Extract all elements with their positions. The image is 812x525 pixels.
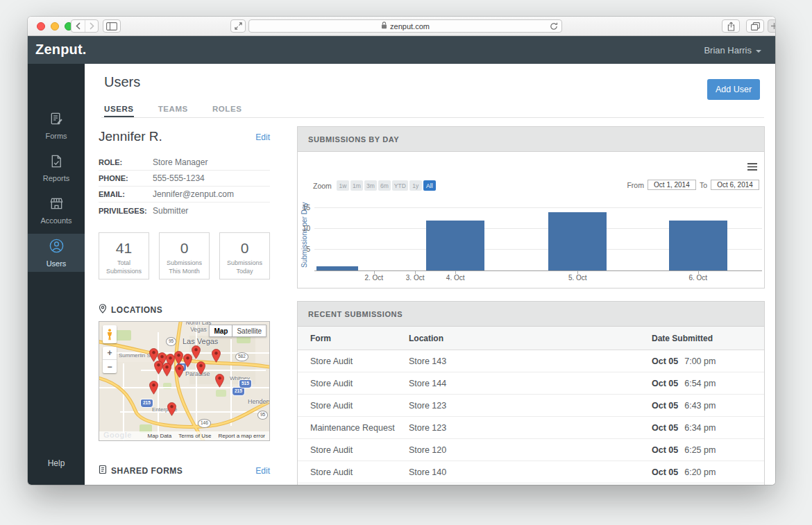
- tab-teams[interactable]: TEAMS: [158, 100, 188, 117]
- date-value: Oct 05: [652, 401, 678, 411]
- zoom-range-all[interactable]: All: [423, 180, 436, 191]
- profile-name: Jennifer R.: [99, 129, 162, 144]
- cell-location: Store 140: [409, 467, 652, 477]
- table-row[interactable]: Store AuditStore 123Oct 056:43 pm: [298, 395, 764, 417]
- road-shield: 515: [239, 380, 251, 388]
- terms-link[interactable]: Terms of Use: [178, 433, 211, 439]
- tab-roles[interactable]: ROLES: [212, 100, 242, 117]
- sidebar-item-help[interactable]: Help: [28, 458, 85, 468]
- to-date-input[interactable]: [711, 180, 759, 190]
- shared-forms-edit-link[interactable]: Edit: [255, 466, 270, 476]
- profile-field-row: PHONE:555-555-1234: [99, 171, 270, 187]
- field-label: PHONE:: [99, 174, 153, 182]
- zoom-range-1m[interactable]: 1m: [350, 180, 363, 191]
- map-attribution: Map Data Terms of Use Report a map error: [99, 431, 269, 440]
- stat-label: Submissions Today: [220, 259, 269, 275]
- table-row[interactable]: Store AuditStore 144Oct 056:54 pm: [298, 372, 764, 395]
- field-label: PRIVILEGES:: [99, 207, 153, 215]
- cell-date-submitted: Oct 056:25 pm: [652, 445, 764, 455]
- locations-map[interactable]: North Las VegasLas VegasSummerlin SouthP…: [99, 321, 270, 441]
- back-button[interactable]: [71, 20, 85, 32]
- zenput-logo[interactable]: Zenput.: [35, 42, 87, 58]
- tab-overview-button[interactable]: [746, 19, 764, 33]
- browser-window: zenput.com Zenput. Brian Harris FormsRep…: [28, 17, 775, 485]
- refresh-icon[interactable]: [550, 22, 558, 32]
- stat-box: 0Submissions Today: [219, 232, 270, 279]
- profile-edit-link[interactable]: Edit: [255, 132, 270, 142]
- zoom-range-3m[interactable]: 3m: [364, 180, 377, 191]
- map-data-label: Map Data: [148, 433, 172, 439]
- sidebar-item-reports[interactable]: Reports: [28, 149, 85, 187]
- add-user-button[interactable]: Add User: [707, 79, 760, 100]
- tab-users[interactable]: USERS: [104, 100, 134, 117]
- map-pin[interactable]: [154, 361, 163, 375]
- fullscreen-button[interactable]: [230, 19, 246, 33]
- new-tab-button[interactable]: [768, 19, 775, 33]
- from-date-input[interactable]: [648, 180, 696, 190]
- map-pin[interactable]: [167, 402, 176, 416]
- column-form: Form: [298, 334, 409, 343]
- map-view-button[interactable]: Map: [209, 325, 232, 337]
- map-zoom-in-button[interactable]: +: [103, 347, 117, 360]
- date-value: Oct 05: [652, 467, 678, 477]
- sidebar-item-label: Users: [46, 259, 67, 268]
- locations-header: LOCATIONS: [99, 304, 270, 316]
- locations-title: LOCATIONS: [111, 305, 162, 315]
- table-body: Store AuditStore 143Oct 057:00 pmStore A…: [298, 350, 764, 483]
- map-pin[interactable]: [149, 381, 158, 395]
- y-axis-tick-label: 15: [296, 204, 310, 212]
- history-nav: [71, 19, 99, 33]
- close-button[interactable]: [37, 22, 45, 31]
- minimize-button[interactable]: [51, 22, 59, 31]
- stat-value: 0: [220, 240, 269, 257]
- table-row[interactable]: Maintenance RequestStore 123Oct 056:34 p…: [298, 417, 764, 439]
- satellite-view-button[interactable]: Satellite: [232, 325, 267, 337]
- map-pin[interactable]: [162, 363, 171, 377]
- map-pin[interactable]: [174, 351, 183, 365]
- chart-bar: [426, 221, 484, 270]
- road-shield: 582: [235, 352, 248, 361]
- chart-zoom-controls: Zoom 1w1m3m6mYTD1yAll: [313, 180, 437, 191]
- zoom-range-ytd[interactable]: YTD: [392, 180, 408, 191]
- chart-menu-icon[interactable]: [747, 161, 757, 173]
- map-pin[interactable]: [212, 349, 221, 363]
- table-row[interactable]: Store AuditStore 120Oct 056:25 pm: [298, 439, 764, 461]
- map-pin[interactable]: [196, 361, 205, 375]
- x-axis-tick-mark: [374, 271, 375, 274]
- time-value: 6:34 pm: [684, 423, 716, 433]
- share-button[interactable]: [722, 19, 740, 33]
- time-value: 6:25 pm: [684, 445, 716, 455]
- submissions-by-day-title: SUBMISSIONS BY DAY: [297, 126, 765, 152]
- caret-down-icon: [756, 50, 761, 53]
- sidebar-item-label: Reports: [43, 174, 70, 182]
- stat-label: Total Submissions: [99, 259, 149, 275]
- map-type-buttons: Map Satellite: [209, 325, 267, 337]
- sidebar-item-users[interactable]: Users: [28, 234, 85, 272]
- zoom-range-1y[interactable]: 1y: [409, 180, 422, 191]
- map-pin[interactable]: [192, 345, 201, 359]
- field-value: Store Manager: [153, 157, 208, 167]
- report-map-error-link[interactable]: Report a map error: [218, 433, 265, 439]
- zoom-range-1w[interactable]: 1w: [337, 180, 349, 191]
- field-label: ROLE:: [99, 158, 153, 166]
- table-row[interactable]: Store AuditStore 140Oct 056:20 pm: [298, 461, 764, 483]
- sidebar-item-forms[interactable]: Forms: [28, 107, 85, 145]
- zoom-range-6m[interactable]: 6m: [378, 180, 391, 191]
- cell-form: Store Audit: [298, 401, 409, 411]
- user-menu[interactable]: Brian Harris: [704, 45, 761, 55]
- sidebar-item-accounts[interactable]: Accounts: [28, 191, 85, 230]
- shared-forms-header: SHARED FORMS Edit: [99, 465, 270, 476]
- map-pin[interactable]: [175, 364, 184, 378]
- table-row[interactable]: Store AuditStore 143Oct 057:00 pm: [298, 350, 764, 372]
- page-body: Jennifer R. Edit ROLE:Store ManagerPHONE…: [85, 118, 775, 485]
- forward-button[interactable]: [85, 20, 98, 32]
- x-axis-tick-label: 3. Oct: [406, 274, 425, 282]
- lock-icon: [381, 21, 387, 31]
- map-pin[interactable]: [215, 374, 224, 388]
- address-bar[interactable]: zenput.com: [248, 19, 562, 33]
- street-view-pegman[interactable]: [103, 325, 117, 343]
- map-zoom-out-button[interactable]: −: [103, 360, 117, 373]
- from-label: From: [627, 181, 644, 189]
- main-content: Users Add User USERSTEAMSROLES Jennifer …: [85, 64, 775, 485]
- sidebar-toggle-button[interactable]: [103, 19, 121, 33]
